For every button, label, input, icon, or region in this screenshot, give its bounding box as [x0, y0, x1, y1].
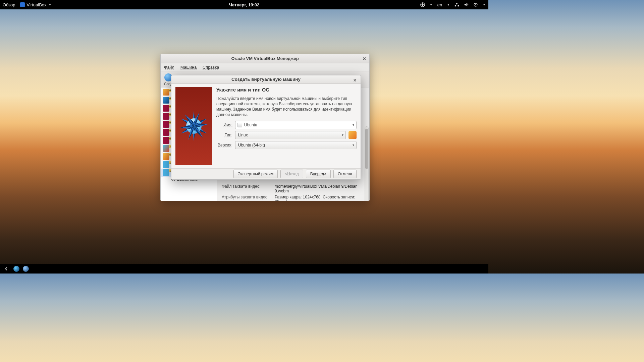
os-icon [163, 105, 169, 112]
os-icon [163, 129, 169, 136]
wizard-heading: Укажите имя и тип ОС [216, 87, 357, 93]
gnome-bottom-bar [0, 264, 488, 274]
os-icon [163, 97, 169, 104]
wizard-illustration [175, 87, 212, 165]
name-label: Имя: [223, 123, 232, 127]
network-icon[interactable] [454, 2, 459, 7]
gnome-top-bar: Обзор VirtualBox ▼ Четверг, 19:02 ▼ en ▼… [0, 0, 488, 9]
virtualbox-icon [20, 2, 25, 7]
os-icon [163, 169, 169, 176]
version-select[interactable]: Ubuntu (64-bit) [235, 141, 357, 149]
os-icon [163, 121, 169, 128]
wizard-titlebar[interactable]: Создать виртуальную машину ✕ [171, 75, 361, 84]
menu-machine[interactable]: Машина [180, 65, 197, 70]
detail-capture-attr-value: Размер кадра: 1024x768, Скорость записи:… [275, 195, 365, 201]
create-vm-wizard: Создать виртуальную машину ✕ Укажите имя… [171, 75, 361, 180]
back-nav-icon[interactable] [3, 265, 10, 273]
starburst-icon [179, 111, 209, 141]
os-icon [163, 145, 169, 152]
svg-rect-2 [455, 5, 456, 7]
close-icon[interactable]: ✕ [361, 56, 367, 62]
cancel-button[interactable]: Отмена [333, 170, 357, 178]
keyboard-layout-indicator[interactable]: en [437, 2, 442, 7]
volume-icon[interactable] [464, 2, 469, 7]
chevron-down-icon: ▼ [483, 3, 486, 6]
detail-capture-file-label: Файл захвата видео: [222, 184, 272, 193]
power-icon[interactable] [473, 2, 478, 7]
menu-file[interactable]: Файл [164, 65, 174, 70]
wizard-footer: Экспертный режим < Назад Вперед > Отмена [171, 168, 361, 179]
os-icon [163, 113, 169, 120]
name-input-value: Ubuntu [244, 123, 257, 127]
chevron-down-icon: ▼ [49, 3, 52, 6]
dock-app-1[interactable] [13, 266, 19, 272]
app-menu[interactable]: VirtualBox ▼ [20, 2, 52, 7]
type-label: Тип: [225, 133, 232, 137]
menu-help[interactable]: Справка [203, 65, 219, 70]
manager-titlebar[interactable]: Oracle VM VirtualBox Менеджер ✕ [161, 54, 369, 63]
detail-scrollbar[interactable] [365, 126, 369, 201]
type-select[interactable]: Linux [235, 131, 346, 139]
svg-point-1 [422, 3, 423, 4]
next-button[interactable]: Вперед > [306, 170, 331, 178]
version-label: Версия: [218, 143, 232, 147]
activities-button[interactable]: Обзор [3, 2, 15, 7]
os-family-icon [348, 131, 357, 139]
back-button: < Назад [280, 170, 303, 178]
expert-mode-button[interactable]: Экспертный режим [233, 170, 278, 178]
os-icon [163, 137, 169, 144]
type-select-value: Linux [238, 133, 248, 137]
clock[interactable]: Четверг, 19:02 [229, 2, 259, 7]
os-icon [163, 153, 169, 160]
dock-app-2[interactable] [23, 266, 29, 272]
close-icon[interactable]: ✕ [352, 77, 358, 83]
accessibility-icon[interactable] [420, 2, 425, 7]
detail-capture-file-value: /home/sergiy/VirtualBox VMs/Debian 9/Deb… [275, 184, 365, 193]
manager-menubar: Файл Машина Справка [161, 63, 369, 71]
chevron-down-icon: ▼ [447, 3, 450, 6]
file-icon [237, 123, 242, 127]
os-icon [163, 89, 169, 96]
name-input[interactable]: Ubuntu [235, 121, 357, 129]
wizard-title: Создать виртуальную машину [231, 77, 301, 82]
app-menu-label: VirtualBox [27, 2, 47, 7]
detail-capture-attr-label: Атрибуты захвата видео: [222, 195, 272, 201]
manager-title: Oracle VM VirtualBox Менеджер [231, 56, 299, 61]
os-icon [163, 161, 169, 168]
version-select-value: Ubuntu (64-bit) [238, 143, 265, 147]
chevron-down-icon: ▼ [430, 3, 433, 6]
svg-rect-3 [458, 5, 459, 7]
svg-rect-4 [456, 3, 458, 4]
wizard-description: Пожалуйста введите имя новой виртуальной… [216, 96, 357, 118]
